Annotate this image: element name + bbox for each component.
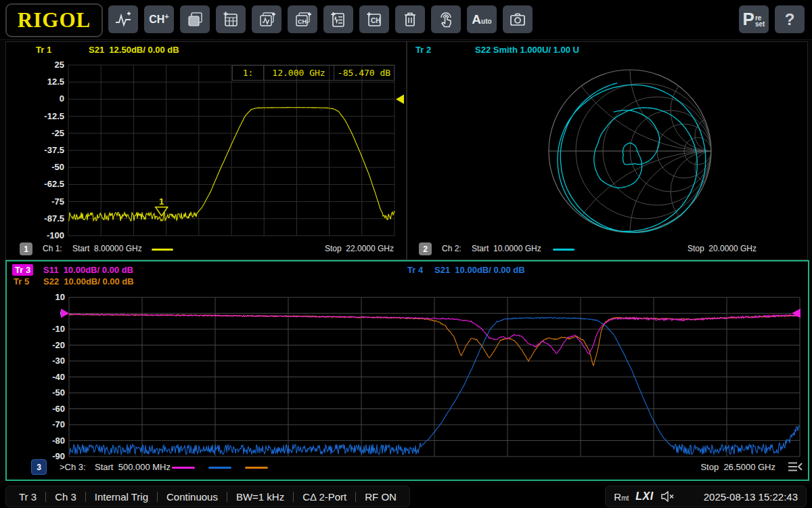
marker-1-number: 1 [159,196,164,207]
windows-waveform-plus-icon [257,11,276,28]
touch-button[interactable] [431,5,461,33]
status-active-channel[interactable]: Ch 3 [46,492,86,502]
channel-table-add-button[interactable]: CH [359,5,389,33]
clock: 2025-08-13 15:22:43 [704,491,798,503]
add-trace-window-button[interactable] [252,5,281,33]
waveform-plus-icon [114,11,133,28]
smith-grid [549,42,807,259]
marker-readout: 1: 12.000 GHz -85.470 dB [232,65,394,81]
channel2-stop[interactable]: Stop 20.0000 GHz [687,244,757,253]
table-plus-icon [222,11,240,28]
status-rf-state[interactable]: RF ON [356,492,405,502]
auto-scale-label: Auto [472,12,491,27]
marker-1-symbol[interactable] [156,207,168,216]
speaker-mute-icon[interactable] [660,491,675,502]
windows-ch-plus-icon: CH [293,11,312,28]
delete-button[interactable] [395,5,425,33]
status-active-trace[interactable]: Tr 3 [10,492,46,502]
status-if-bandwidth[interactable]: BW=1 kHz [227,492,294,502]
lxi-indicator: LXI [635,490,653,503]
channel3-badge[interactable]: 3 [31,459,47,475]
chart3 [7,261,808,480]
win1-footer: 1 Ch 1: Start 8.00000 GHz Stop 22.0000 G… [6,241,406,257]
status-cal-state[interactable]: CΔ 2-Port [294,492,356,502]
ref-level-marker[interactable] [396,94,404,104]
channel2-start[interactable]: Start 10.0000 GHz [472,244,541,253]
smith-plot-area[interactable] [407,42,807,262]
status-trigger-source[interactable]: Internal Trig [86,492,158,502]
add-channel-label: CH+ [149,12,169,26]
channel3-start[interactable]: Start 500.000 MHz [95,462,171,472]
channel1-start[interactable]: Start 8.00000 GHz [72,244,142,253]
smith-chart [407,42,807,259]
expand-menu-button[interactable] [785,459,804,474]
status-right-group: Rmt LXI 2025-08-13 15:22:43 [605,486,807,507]
trace4-color-swatch [208,467,231,469]
status-left-group: Tr 3 Ch 3 Internal Trig Continuous BW=1 … [5,486,410,507]
trash-icon [402,11,418,28]
trace2-color-swatch [553,249,574,251]
channel2-label: Ch 2: [442,244,461,253]
s22-smith-trace [558,83,706,233]
marker-id: 1: [233,66,264,80]
touch-hand-icon [437,11,455,28]
window-channel1[interactable]: Tr 1 S21 12.50dB/ 0.00 dB 2512.50-12.5-2… [5,41,407,260]
clipboard-waveform-plus-icon [329,11,348,28]
channel1-badge[interactable]: 1 [20,242,32,255]
svg-text:CH: CH [298,18,307,25]
trace1-color-swatch [152,249,173,251]
window-layout-button[interactable] [180,5,210,33]
win2-footer: 2 Ch 2: Start 10.0000 GHz Stop 20.0000 G… [407,241,807,257]
channel2-badge[interactable]: 2 [419,242,432,255]
trace-list-add-button[interactable] [323,5,353,33]
toolbar: RIGOL CH+ [0,0,812,40]
win3-plot-area[interactable] [7,261,808,482]
win3-footer: 3 >Ch 3: Start 500.000 MHz Stop 26.5000 … [7,459,808,475]
auto-scale-button[interactable]: Auto [467,5,497,33]
screenshot-button[interactable] [503,5,533,33]
rigol-logo: RIGOL [5,3,103,37]
status-bar: Tr 3 Ch 3 Internal Trig Continuous BW=1 … [0,484,812,508]
stacked-windows-icon [186,11,204,28]
trace5-color-swatch [245,467,268,469]
status-sweep-mode[interactable]: Continuous [158,492,227,502]
marker-value: -85.470 dB [334,66,394,80]
window-channel2[interactable]: Tr 2 S22 Smith 1.000U/ 1.00 U 2 Ch 2: St… [407,41,808,260]
window-channel3-active[interactable]: Tr 3 S11 10.00dB/ 0.00 dB Tr 4 S21 10.00… [5,260,809,481]
trace3-color-swatch [172,467,195,469]
help-button[interactable]: ? [775,5,805,33]
measurement-table-button[interactable] [216,5,246,33]
preset-button[interactable]: P reset [739,5,769,33]
vna-screen: RIGOL CH+ [0,0,812,508]
channel3-label: >Ch 3: [60,462,86,472]
ref-level-marker[interactable] [61,309,69,318]
menu-collapse-icon [786,461,803,473]
camera-icon [508,11,527,28]
add-channel-button[interactable]: CH+ [144,5,174,33]
help-label: ? [785,10,795,29]
channel1-label: Ch 1: [43,244,62,253]
channel3-stop[interactable]: Stop 26.5000 GHz [700,462,775,472]
add-trace-button[interactable] [108,5,138,33]
preset-label: P reset [743,9,765,30]
rigol-logo-text: RIGOL [18,8,91,33]
marker-frequency: 12.000 GHz [264,66,334,80]
svg-text:CH: CH [371,17,380,24]
folder-ch-plus-icon: CH [365,11,384,28]
add-channel-window-button[interactable]: CH [288,5,317,33]
remote-indicator: Rmt [614,491,629,503]
channel1-stop[interactable]: Stop 22.0000 GHz [325,244,394,253]
